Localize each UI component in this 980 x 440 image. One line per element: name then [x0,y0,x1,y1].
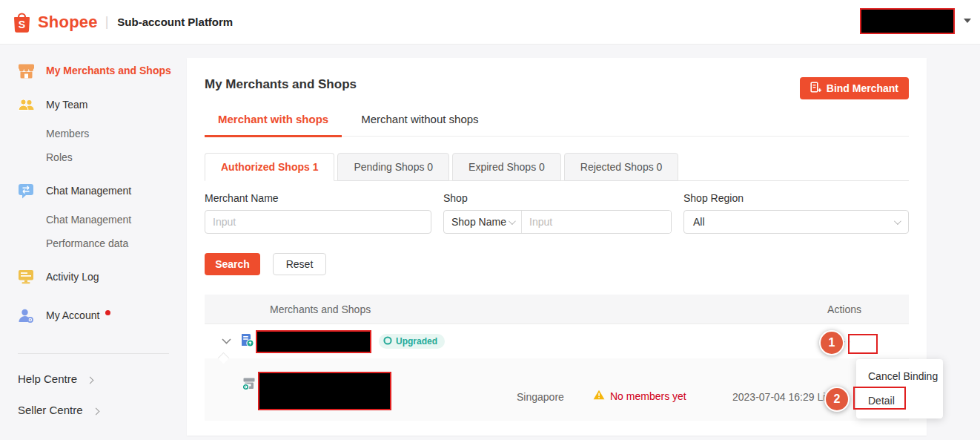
sidebar-subitem-label: Performance data [46,237,128,249]
tab-bar: Merchant with shops Merchant without sho… [205,104,909,137]
account-gear-icon [16,308,36,324]
notification-dot [105,310,110,315]
sidebar-item-roles[interactable]: Roles [0,145,187,169]
tab-merchant-without-shops[interactable]: Merchant without shops [348,104,491,136]
sidebar-item-label: Chat Management [46,185,131,197]
chevron-right-icon [87,372,93,385]
upgraded-icon [383,336,392,347]
filter-actions: Search Reset [205,253,909,275]
sidebar-item-my-account[interactable]: My Account [0,298,187,332]
sidebar: My Merchants and Shops My Team Members R… [0,45,187,440]
annotation-step-2: 2 [824,387,850,412]
actions-dropdown-menu: Cancel Binding Detail [856,359,943,418]
bind-merchant-icon [810,82,821,96]
shop-row[interactable]: Singapore No members yet 2023-07-04 16:2… [205,358,909,421]
members-warning-label: No members yet [610,390,686,402]
annotation-step-1: 1 [819,330,844,355]
sidebar-subitem-label: Roles [46,151,73,163]
subtab-authorized-shops[interactable]: Authorized Shops 1 [205,153,334,181]
merchants-table: Merchants and Shops Actions [205,295,909,421]
menu-item-cancel-binding[interactable]: Cancel Binding [856,364,943,389]
chat-icon [16,183,36,199]
seller-centre-link[interactable]: Seller Centre [0,394,187,425]
sidebar-item-label: My Merchants and Shops [46,65,171,76]
redacted-account-name[interactable] [860,8,955,34]
shop-type-value: Shop Name [451,216,506,228]
status-badge-label: Upgraded [396,336,437,347]
sidebar-item-label: Activity Log [46,271,99,283]
sidebar-item-label: My Account [46,309,99,321]
search-button[interactable]: Search [205,253,260,275]
shop-label: Shop [443,192,672,204]
sidebar-divider [18,353,169,354]
sidebar-item-label: My Team [46,99,88,111]
redacted-merchant-name [256,330,371,353]
platform-title: Sub-account Platform [117,16,233,28]
menu-item-detail[interactable]: Detail [856,389,943,413]
help-centre-link[interactable]: Help Centre [0,363,187,394]
content-card: My Merchants and Shops Bind Merchant Mer… [187,58,927,436]
status-badge: Upgraded [379,334,445,349]
binding-timestamp: 2023-07-04 16:29 Lir [732,391,829,403]
subtab-bar: Authorized Shops 1 Pending Shops 0 Expir… [205,153,909,181]
subtab-rejected-shops[interactable]: Rejected Shops 0 [564,153,679,181]
shop-region-select[interactable]: All [683,210,909,234]
sidebar-item-my-team[interactable]: My Team [0,88,187,122]
reset-button[interactable]: Reset [273,253,326,275]
app-header: S Shopee | Sub-account Platform [0,0,980,45]
sidebar-item-my-merchants[interactable]: My Merchants and Shops [0,53,187,88]
shop-region-label: Shop Region [683,192,909,204]
expand-chevron-icon[interactable] [222,338,232,345]
filter-row: Merchant Name Shop Shop Name Shop Region [205,192,909,234]
merchant-row[interactable]: Upgraded ··· [205,324,909,358]
warning-icon [593,390,605,402]
merchant-name-label: Merchant Name [205,192,431,204]
brand-name: Shopee [38,13,98,32]
sidebar-item-performance-data[interactable]: Performance data [0,232,187,255]
members-warning: No members yet [593,390,686,402]
chevron-down-icon [894,217,901,225]
sidebar-subitem-label: Members [46,128,89,139]
monitor-icon [16,269,36,284]
shop-type-select[interactable]: Shop Name [444,211,522,233]
seller-centre-label: Seller Centre [18,404,83,416]
chevron-right-icon [93,404,99,416]
column-merchants-and-shops: Merchants and Shops [205,303,371,315]
sidebar-item-members[interactable]: Members [0,122,187,145]
shop-icon [242,377,256,394]
shop-search-input[interactable] [522,211,671,233]
sidebar-item-chat-management[interactable]: Chat Management [0,174,187,208]
sidebar-item-activity-log[interactable]: Activity Log [0,260,187,294]
tab-merchant-with-shops[interactable]: Merchant with shops [205,104,342,137]
shop-region-value: All [693,216,705,228]
team-icon [16,98,36,111]
merchant-icon [239,332,254,350]
subtab-pending-shops[interactable]: Pending Shops 0 [337,153,449,181]
table-header: Merchants and Shops Actions [205,295,909,324]
storefront-icon [16,63,36,79]
help-centre-label: Help Centre [18,372,77,385]
merchant-name-input[interactable] [205,210,431,234]
sidebar-subitem-label: Chat Management [46,214,131,226]
bind-merchant-button[interactable]: Bind Merchant [800,77,909,99]
column-actions: Actions [827,303,909,315]
sidebar-item-chat-management-sub[interactable]: Chat Management [0,208,187,232]
redacted-shop-name [258,372,391,410]
subtab-expired-shops[interactable]: Expired Shops 0 [452,153,561,181]
header-divider: | [105,14,109,30]
chevron-down-icon [509,217,516,225]
bind-merchant-label: Bind Merchant [827,82,898,94]
shopee-logo-icon: S [12,10,32,33]
page: S Shopee | Sub-account Platform My Merch… [0,0,980,440]
account-dropdown-caret[interactable] [964,19,971,23]
shop-region-value: Singapore [517,391,564,403]
svg-text:S: S [19,19,25,30]
